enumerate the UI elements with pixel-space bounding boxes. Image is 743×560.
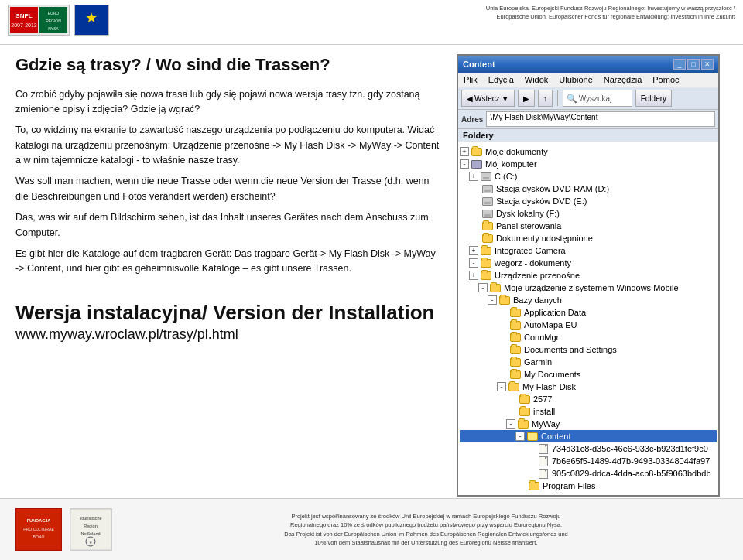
tree-item[interactable]: 905c0829-ddca-4dda-acb8-b5f9063bdbdb xyxy=(460,467,717,480)
address-label: Adres xyxy=(461,115,483,124)
menu-narzedzia[interactable]: Narzędzia xyxy=(601,74,645,85)
back-button[interactable]: ◀ Wstecz ▼ xyxy=(461,90,515,107)
tree-item-label: C (C:) xyxy=(495,172,517,181)
maximize-button[interactable]: □ xyxy=(687,59,700,70)
tree-expand-button[interactable]: - xyxy=(488,295,497,305)
tree-item[interactable]: Garmin xyxy=(460,356,717,368)
tree-item[interactable]: +Moje dokumenty xyxy=(460,145,717,158)
tree-expand-placeholder xyxy=(497,345,508,354)
tree-expand-button[interactable]: + xyxy=(460,147,469,156)
tree-item[interactable]: Program Files xyxy=(460,480,717,492)
tree-expand-placeholder xyxy=(469,184,480,193)
tree-item[interactable]: -Content xyxy=(460,430,717,442)
tree-expand-button[interactable]: + xyxy=(469,246,478,255)
svg-text:Neißeland: Neißeland xyxy=(80,531,100,536)
tree-item[interactable]: install xyxy=(460,405,717,418)
tree-expand-button[interactable]: - xyxy=(469,258,478,268)
tree-item[interactable]: -MyWay xyxy=(460,418,717,430)
tree-item-label: MyWay xyxy=(532,419,560,429)
folder-icon xyxy=(481,233,494,244)
toolbar-separator xyxy=(557,90,558,106)
tree-item[interactable]: Documents and Settings xyxy=(460,343,717,356)
tree-expand-placeholder xyxy=(506,394,517,404)
tree-expand-placeholder xyxy=(469,209,480,218)
bottom-text-block: Wersja instalacyjna/ Version der Install… xyxy=(15,300,441,343)
tree-expand-placeholder xyxy=(506,407,517,416)
tree-item[interactable]: Stacja dysków DVD (E:) xyxy=(460,195,717,207)
svg-text:FUNDACJA: FUNDACJA xyxy=(27,518,51,523)
folder-icon xyxy=(509,319,522,330)
menu-widok[interactable]: Widok xyxy=(522,74,551,85)
install-title: Wersja instalacyjna/ Version der Install… xyxy=(15,300,441,326)
tree-item-label: My Flash Disk xyxy=(522,382,576,391)
tree-item[interactable]: 734d31c8-d35c-46e6-933c-b923d1fef9c0 xyxy=(460,442,717,455)
tree-expand-button[interactable]: - xyxy=(460,159,469,169)
right-column: Content _ □ ✕ Plik Edycja Widok Ulubione… xyxy=(457,54,728,492)
tree-item[interactable]: Panel sterowania xyxy=(460,220,717,232)
tree-item[interactable]: 7b6e65f5-1489-4d7b-9493-03348044fa97 xyxy=(460,455,717,467)
tree-expand-button[interactable]: - xyxy=(497,382,506,391)
tree-expand-button[interactable]: + xyxy=(469,172,478,181)
tree-item-label: Garmin xyxy=(524,357,552,367)
tree-item[interactable]: +Integrated Camera xyxy=(460,244,717,257)
tree-item[interactable]: +Urządzenie przenośne xyxy=(460,269,717,282)
forward-button[interactable]: ▶ xyxy=(518,90,535,107)
tree-expand-button[interactable]: + xyxy=(469,271,478,280)
footer-text: Projekt jest współfinansowany ze środków… xyxy=(125,512,728,547)
tree-expand-button[interactable]: - xyxy=(506,419,515,429)
tree-item-label: Panel sterowania xyxy=(496,221,561,230)
explorer-body: +Moje dokumenty-Mój komputer+C (C:)Stacj… xyxy=(458,142,718,495)
tree-item[interactable]: AutoMapa EU xyxy=(460,319,717,331)
tree-item[interactable]: -Bazy danych xyxy=(460,294,717,306)
up-button[interactable]: ↑ xyxy=(538,90,553,107)
menu-pomoc[interactable]: Pomoc xyxy=(650,74,681,85)
tree-item[interactable]: -Mój komputer xyxy=(460,158,717,170)
menu-edycja[interactable]: Edycja xyxy=(486,74,516,85)
tree-item[interactable]: -Moje urządzenie z systemem Windows Mobi… xyxy=(460,282,717,294)
address-input[interactable]: \My Flash Disk\MyWay\Content xyxy=(486,111,715,127)
tree-item[interactable]: Dysk lokalny (F:) xyxy=(460,207,717,220)
tree-item[interactable]: Application Data xyxy=(460,306,717,319)
footer-logos: FUNDACJA PRO CULTURAE BONO Touristische … xyxy=(15,508,112,551)
drive-icon xyxy=(481,208,494,219)
paragraph-1: Co zrobić gdyby pojawiła się nowa trasa … xyxy=(15,87,441,118)
minimize-button[interactable]: _ xyxy=(673,59,686,70)
tree-item[interactable]: -wegorz - dokumenty xyxy=(460,257,717,269)
svg-text:SNPL: SNPL xyxy=(15,12,32,19)
paragraph-5: Es gibt hier die Kataloge auf dem tragba… xyxy=(15,247,441,277)
close-button[interactable]: ✕ xyxy=(701,59,714,70)
folders-button[interactable]: Foldery xyxy=(635,90,672,107)
tree-item[interactable]: ConnMgr xyxy=(460,331,717,343)
tree-expand-button[interactable]: - xyxy=(478,283,488,292)
folder-icon xyxy=(509,344,522,355)
back-arrow-icon: ◀ xyxy=(467,94,473,103)
svg-text:REGION: REGION xyxy=(46,19,61,23)
tree-item[interactable]: Dokumenty udostępnione xyxy=(460,232,717,244)
folder-icon xyxy=(517,418,529,429)
menu-ulubione[interactable]: Ulubione xyxy=(556,74,594,85)
folder-icon xyxy=(480,258,492,268)
tree-item[interactable]: Stacja dysków DVD-RAM (D:) xyxy=(460,183,717,195)
tree-item-label: Bazy danych xyxy=(513,295,562,305)
tree-expand-button[interactable]: - xyxy=(515,432,525,441)
tree-item-label: 905c0829-ddca-4dda-acb8-b5f9063bdbdb xyxy=(552,469,711,478)
tree-item-label: Dokumenty udostępnione xyxy=(496,234,593,243)
tree-view: +Moje dokumenty-Mój komputer+C (C:)Stacj… xyxy=(458,142,718,495)
folder-icon xyxy=(509,332,522,343)
tree-item[interactable]: -My Flash Disk xyxy=(460,381,717,393)
main-title: Gdzie są trasy? / Wo sind die Trassen? xyxy=(15,54,441,77)
paragraph-2: To, co widzimy na ekranie to zawartość n… xyxy=(15,123,441,168)
menu-plik[interactable]: Plik xyxy=(461,74,480,85)
tree-item[interactable]: +C (C:) xyxy=(460,170,717,183)
folder-icon xyxy=(509,369,522,380)
svg-text:NYSA: NYSA xyxy=(48,26,59,31)
paragraph-4: Das, was wir auf dem Bildschirm sehen, i… xyxy=(15,210,441,241)
folder-icon xyxy=(480,270,492,281)
eu-logo: ★ xyxy=(74,5,109,36)
fundacja-logo: FUNDACJA PRO CULTURAE BONO xyxy=(15,508,62,551)
tree-item[interactable]: My Documents xyxy=(460,368,717,381)
folder-icon xyxy=(480,245,492,256)
tree-item[interactable]: 2577 xyxy=(460,393,717,405)
folder-icon xyxy=(498,295,511,306)
drive-icon xyxy=(480,171,492,182)
